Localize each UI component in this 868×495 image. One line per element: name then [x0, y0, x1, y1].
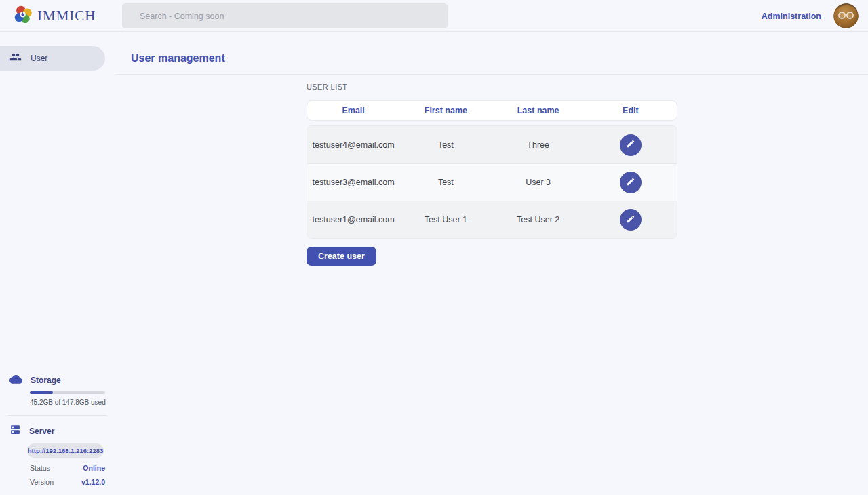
storage-title: Storage: [31, 376, 61, 385]
cloud-icon: [9, 374, 22, 387]
user-list-label: USER LIST: [307, 83, 677, 91]
pencil-icon: [626, 139, 635, 151]
user-email: testuser3@email.com: [307, 178, 399, 187]
user-first-name: Test: [399, 140, 492, 150]
user-table-body: testuser4@email.com Test Three testuser3…: [307, 125, 677, 239]
edit-user-button[interactable]: [620, 172, 642, 193]
administration-link[interactable]: Administration: [762, 12, 821, 21]
pencil-icon: [626, 177, 635, 189]
server-status-label: Status: [30, 464, 50, 472]
user-last-name: Test User 2: [492, 215, 585, 224]
immich-flower-icon: [14, 5, 33, 26]
user-email: testuser4@email.com: [307, 140, 399, 150]
sidebar-bottom: Storage 45.2GB of 147.8GB used Server ht…: [0, 374, 116, 486]
user-table-header: Email First name Last name Edit: [307, 100, 677, 121]
sidebar-item-user-label: User: [31, 54, 47, 63]
storage-progress-bar: [30, 391, 105, 394]
main-content: User management USER LIST Email First na…: [116, 32, 868, 266]
server-section-header: Server: [0, 424, 116, 438]
create-user-button[interactable]: Create user: [307, 247, 376, 266]
user-last-name: Three: [492, 140, 585, 150]
server-url-badge: http://192.168.1.216:2283: [27, 443, 104, 458]
storage-usage-text: 45.2GB of 147.8GB used: [30, 399, 116, 406]
group-icon: [9, 51, 22, 66]
user-list-section: USER LIST Email First name Last name Edi…: [307, 83, 677, 266]
user-email: testuser1@email.com: [307, 215, 399, 224]
sidebar-item-user[interactable]: User: [0, 46, 105, 71]
storage-progress-fill: [30, 391, 53, 394]
server-version-label: Version: [30, 478, 54, 486]
column-header-first-name: First name: [399, 106, 492, 115]
edit-user-button[interactable]: [620, 134, 642, 156]
server-version-row: Version v1.12.0: [30, 478, 105, 486]
edit-user-button[interactable]: [620, 209, 642, 231]
search-input[interactable]: [122, 3, 448, 28]
sidebar-divider: [8, 415, 107, 416]
server-status-value: Online: [83, 464, 105, 472]
header-right: Administration: [762, 0, 859, 32]
server-icon: [9, 424, 21, 438]
user-avatar[interactable]: [833, 3, 859, 28]
immich-logo[interactable]: IMMICH: [14, 5, 96, 26]
table-row: testuser3@email.com Test User 3: [307, 163, 677, 201]
column-header-edit: Edit: [585, 106, 677, 115]
app-title: IMMICH: [37, 7, 96, 24]
server-version-value: v1.12.0: [81, 478, 105, 486]
user-first-name: Test: [399, 178, 492, 187]
server-status-row: Status Online: [30, 464, 105, 472]
column-header-email: Email: [307, 106, 399, 115]
storage-section-header: Storage: [0, 374, 116, 387]
title-divider: [116, 74, 868, 75]
user-last-name: User 3: [492, 178, 585, 187]
table-row: testuser4@email.com Test Three: [307, 126, 677, 163]
page-title: User management: [131, 52, 868, 64]
column-header-last-name: Last name: [492, 106, 585, 115]
server-title: Server: [29, 427, 54, 436]
pencil-icon: [626, 214, 635, 226]
table-row: testuser1@email.com Test User 1 Test Use…: [307, 201, 677, 238]
user-first-name: Test User 1: [399, 215, 492, 224]
app-header: IMMICH Administration: [0, 0, 868, 32]
